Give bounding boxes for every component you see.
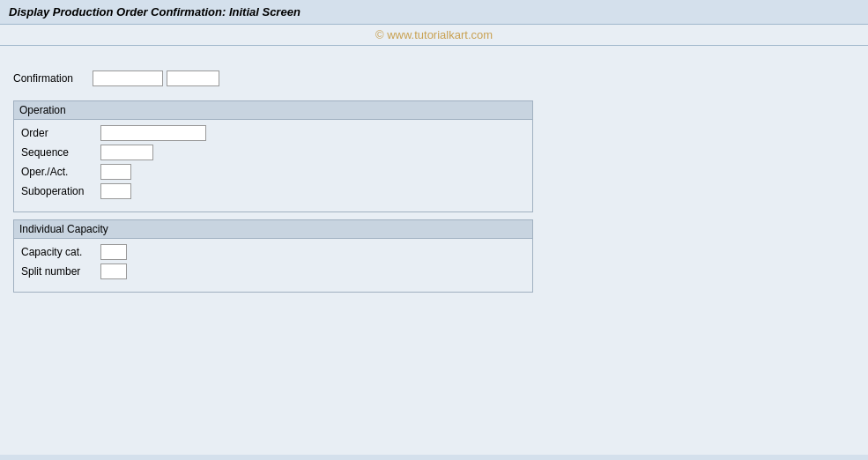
capacity-cat-label: Capacity cat. [21,246,100,258]
page-title: Display Production Order Confirmation: I… [9,5,300,19]
order-label: Order [21,127,100,139]
capacity-section-header: Individual Capacity [14,220,532,239]
suboperation-input[interactable] [100,183,131,199]
confirmation-input-1[interactable] [93,70,163,86]
watermark: © www.tutorialkart.com [375,28,493,41]
oper-act-input[interactable] [100,164,131,180]
confirmation-label: Confirmation [13,72,93,85]
suboperation-label: Suboperation [21,185,100,197]
capacity-cat-input[interactable] [100,244,127,260]
order-input[interactable] [100,125,206,141]
sequence-label: Sequence [21,146,100,159]
sequence-input[interactable] [100,145,153,160]
split-number-input[interactable] [100,263,127,279]
individual-capacity-section: Individual Capacity Capacity cat. Split … [13,219,533,293]
oper-act-label: Oper./Act. [21,166,100,178]
operation-section-header: Operation [14,101,532,120]
operation-section: Operation Order Sequence Oper./Act. Subo… [13,100,533,212]
confirmation-input-2[interactable] [167,70,219,86]
split-number-label: Split number [21,265,100,278]
